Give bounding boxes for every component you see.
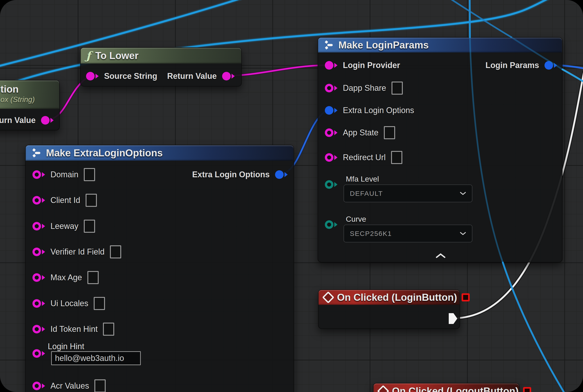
pin-client-id[interactable] [32,196,45,204]
acr-values-default-checkbox[interactable] [94,380,106,392]
pin-label-leeway: Leeway [50,222,78,231]
pin-label-mfa-level: Mfa Level [346,174,379,184]
chevron-up-icon [436,253,446,258]
pin-acr-values[interactable] [32,382,45,390]
pin-extra-login-options-output[interactable] [275,170,288,179]
make-struct-icon [31,148,42,158]
mfa-level-value: DEFAULT [350,190,383,197]
node-header[interactable]: ƒ To Lower [81,48,241,64]
leeway-default-checkbox[interactable] [84,220,95,233]
node-title: On Clicked (LoginButton) [337,292,457,303]
node-title: On Clicked (LogoutButton) [392,386,518,392]
pin-ui-locales[interactable] [32,299,45,308]
client-id-default-checkbox[interactable] [86,194,97,207]
node-title: To Lower [95,50,138,61]
mfa-level-dropdown[interactable]: DEFAULT [344,184,472,202]
pin-mfa-level[interactable] [325,180,338,189]
verifier-id-field-default-checkbox[interactable] [110,245,121,258]
pin-label-verifier-id-field: Verifier Id Field [50,247,104,256]
blueprint-graph-canvas[interactable]: tion ox (String) eturn Value ƒ To Lower … [0,0,583,392]
pin-dapp-share[interactable] [325,84,338,92]
node-on-clicked-logout-button[interactable]: On Clicked (LogoutButton) [373,383,520,392]
pin-label-source-string: Source String [104,72,157,81]
node-subtitle-fragment: ox (String) [0,95,35,104]
event-diamond-icon [377,385,389,392]
pin-label-acr-values: Acr Values [50,381,89,391]
login-hint-input[interactable] [51,351,141,365]
pin-source-string[interactable] [86,72,99,80]
node-to-lower[interactable]: ƒ To Lower Source String Return Value [80,47,242,86]
node-header[interactable]: tion ox (String) [0,80,59,109]
curve-dropdown[interactable]: SECP256K1 [344,224,472,242]
pin-leeway[interactable] [32,222,45,230]
event-diamond-icon [322,291,334,304]
node-title: Make LoginParams [338,40,429,51]
dapp-share-default-checkbox[interactable] [392,82,403,94]
exec-output-pin[interactable] [449,313,457,324]
redirect-url-default-checkbox[interactable] [391,151,402,164]
node-make-extra-login-options[interactable]: Make ExtraLoginOptions Extra Login Optio… [25,145,294,392]
pin-label-id-token-hint: Id Token Hint [50,324,98,334]
node-title-fragment: tion [0,84,19,95]
screenshot-frame: tion ox (String) eturn Value ƒ To Lower … [0,0,583,392]
pin-label-curve: Curve [346,215,366,224]
pin-label-max-age: Max Age [50,273,82,282]
node-make-login-params[interactable]: Make LoginParams Login Provider Login Pa… [318,37,562,262]
pin-label-ui-locales: Ui Locales [50,299,88,308]
pin-login-params-output[interactable] [544,61,557,70]
id-token-hint-default-checkbox[interactable] [103,322,114,336]
app-state-default-checkbox[interactable] [384,126,395,139]
pin-label-dapp-share: Dapp Share [343,83,386,93]
chevron-down-icon [460,192,466,195]
domain-default-checkbox[interactable] [84,168,95,181]
wire-vertical-blue [470,0,470,37]
pin-login-provider[interactable] [325,61,338,70]
pin-extra-login-options-input[interactable] [325,106,338,115]
pin-login-hint[interactable] [32,349,45,358]
function-icon: ƒ [86,49,91,62]
pin-label-domain: Domain [50,170,78,179]
pin-app-state[interactable] [325,128,338,137]
pin-label-login-provider: Login Provider [343,60,400,70]
pin-label-app-state: App State [343,128,378,138]
node-partial-function[interactable]: tion ox (String) eturn Value [0,80,60,130]
bound-event-indicator-icon [523,387,531,392]
node-header[interactable]: Make ExtraLoginOptions [26,145,294,161]
curve-value: SECP256K1 [350,230,392,238]
wire-returnvalue-to-loginprovider [227,65,326,76]
node-on-clicked-login-button[interactable]: On Clicked (LoginButton) [318,290,460,329]
pin-curve[interactable] [325,220,338,229]
pin-id-token-hint[interactable] [32,325,45,334]
pin-label-client-id: Client Id [50,196,80,205]
pin-redirect-url[interactable] [325,153,338,162]
max-age-default-checkbox[interactable] [88,271,99,284]
pin-label-login-params: Login Params [486,60,539,70]
chevron-down-icon [460,232,466,235]
pin-label-extra-login-options-out: Extra Login Options [192,170,270,179]
wire-diagonal-blue [449,0,511,37]
node-header[interactable]: On Clicked (LoginButton) [318,290,460,305]
node-title: Make ExtraLoginOptions [46,147,163,158]
pin-label-return-value: eturn Value [0,116,36,125]
pin-max-age[interactable] [32,273,45,282]
pin-label-extra-login-options: Extra Login Options [343,106,414,115]
node-header[interactable]: Make LoginParams [318,38,562,52]
make-struct-icon [324,40,334,50]
ui-locales-default-checkbox[interactable] [94,297,105,310]
pin-label-redirect-url: Redirect Url [343,153,386,162]
pin-label-login-hint: Login Hint [48,342,84,351]
pin-return-value-output[interactable] [41,116,54,124]
node-header[interactable]: On Clicked (LogoutButton) [374,384,519,392]
pin-domain[interactable] [32,170,45,179]
pin-verifier-id-field[interactable] [32,248,45,256]
bound-event-indicator-icon [462,293,470,302]
pin-return-value[interactable] [222,72,235,80]
pin-label-return-value: Return Value [167,72,217,81]
collapse-node-button[interactable] [436,253,446,259]
